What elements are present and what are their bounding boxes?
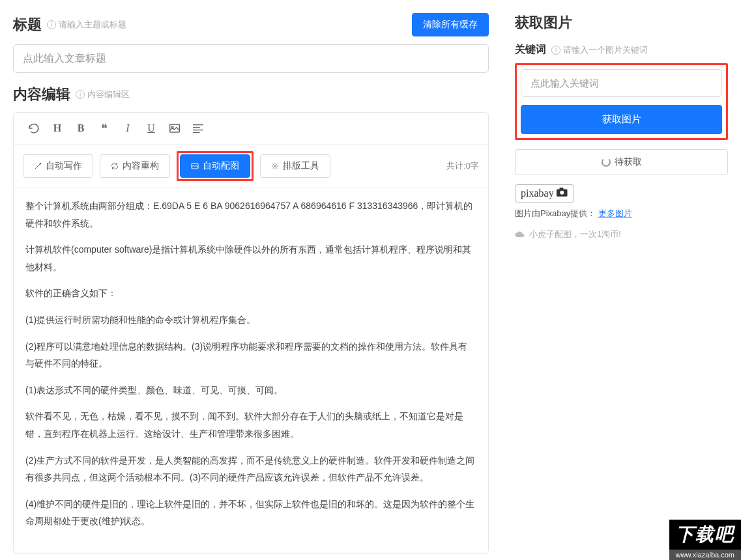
content-paragraph: (4)维护不同的硬件是旧的，理论上软件是旧的，并不坏，但实际上软件也是旧的和坏的… [25,496,476,530]
undo-button[interactable] [23,119,45,137]
footer-note: 小虎子配图，一次1淘币! [515,229,728,240]
title-hint: i 请输入主题或标题 [47,19,126,31]
char-count: 共计:0字 [446,160,479,172]
content-section-header: 内容编辑 i 内容编辑区 [13,85,489,104]
camera-icon [557,188,568,199]
format-toolbar: H B ❝ I U [14,113,488,145]
keyword-hint: i 请输入一个图片关键词 [551,44,648,56]
svg-point-7 [274,165,276,167]
highlight-auto-image: 自动配图 [177,151,254,181]
svg-point-10 [560,191,564,195]
align-left-button[interactable] [187,119,209,137]
svg-rect-0 [170,124,180,132]
layout-tool-button[interactable]: 排版工具 [260,154,330,178]
quote-button[interactable]: ❝ [93,119,115,137]
auto-image-button[interactable]: 自动配图 [180,154,250,178]
sidebar: 获取图片 关键词 i 请输入一个图片关键词 获取图片 待获取 pixabay [502,0,741,560]
svg-rect-9 [559,188,563,189]
content-paragraph: (2)生产方式不同的软件是开发，是人类智能的高发挥，而不是传统意义上的硬件制造。… [25,452,476,486]
keyword-input[interactable] [521,69,722,97]
info-icon: i [76,90,85,99]
title-section-header: 标题 i 请输入主题或标题 清除所有缓存 [13,13,489,36]
cloud-icon [515,231,525,238]
underline-button[interactable]: U [140,119,162,137]
fetch-image-button[interactable]: 获取图片 [521,105,722,134]
bold-button[interactable]: B [70,119,92,137]
content-paragraph: 软件的正确含义如下： [25,285,476,302]
content-paragraph: (1)表达形式不同的硬件类型、颜色、味道、可见、可摸、可闻。 [25,382,476,399]
editor-content[interactable]: 整个计算机系统由两部分组成：E.69DA 5 E 6 BA 9062616964… [14,188,488,553]
article-title-input[interactable] [13,44,489,73]
auto-write-button[interactable]: 自动写作 [23,154,93,178]
fetch-image-title: 获取图片 [515,13,728,33]
highlight-keyword-box: 获取图片 [515,63,728,140]
main-column: 标题 i 请输入主题或标题 清除所有缓存 内容编辑 i 内容编辑区 [0,0,502,560]
title-label: 标题 [13,15,42,35]
keyword-label: 关键词 [515,43,546,57]
pixabay-badge: pixabay [515,184,574,203]
info-icon: i [551,46,560,55]
editor-panel: H B ❝ I U 自动写作 [13,112,489,553]
spinner-icon [602,158,611,167]
watermark-url: www.xiazaiba.com [669,550,741,560]
pending-status: 待获取 [515,149,728,175]
content-paragraph: 整个计算机系统由两部分组成：E.69DA 5 E 6 BA 9062616964… [25,197,476,232]
content-paragraph: 软件看不见，无色，枯燥，看不见，摸不到，闻不到。软件大部分存在于人们的头脑或纸上… [25,408,476,442]
content-label: 内容编辑 [13,85,70,104]
content-hint: i 内容编辑区 [76,89,130,100]
restructure-button[interactable]: 内容重构 [100,154,170,178]
info-icon: i [47,20,56,29]
watermark: 下载吧 www.xiazaiba.com [669,520,741,560]
heading-button[interactable]: H [46,119,68,137]
content-paragraph: (2)程序可以满意地处理信息的数据结构。(3)说明程序功能要求和程序需要的文档的… [25,338,476,372]
watermark-text: 下载吧 [669,520,741,550]
italic-button[interactable]: I [117,119,139,137]
action-toolbar: 自动写作 内容重构 自动配图 排版工具 共计:0字 [14,145,488,188]
image-button[interactable] [164,119,186,137]
pixabay-credit: 图片由Pixabay提供： 更多图片 [515,208,728,219]
content-paragraph: (1)提供运行时所需功能和性能的命令或计算机程序集合。 [25,311,476,329]
more-images-link[interactable]: 更多图片 [598,208,632,218]
content-paragraph: 计算机软件(computer software)是指计算机系统中除硬件以外的所有… [25,241,476,275]
clear-cache-button[interactable]: 清除所有缓存 [412,13,489,36]
